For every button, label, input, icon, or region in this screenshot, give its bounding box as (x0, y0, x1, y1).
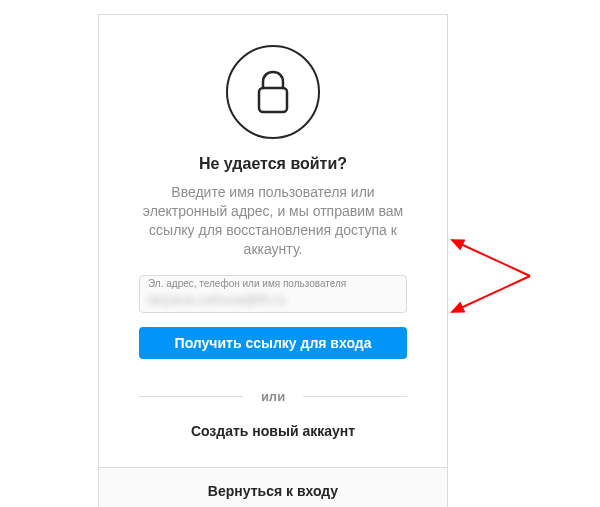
svg-line-2 (452, 240, 530, 276)
main-card: Не удается войти? Введите имя пользовате… (98, 14, 448, 468)
svg-line-3 (452, 276, 530, 312)
divider-text: или (243, 389, 303, 404)
lock-icon (226, 45, 320, 139)
lock-icon-wrapper (139, 45, 407, 139)
divider-line-right (303, 396, 407, 397)
back-card: Вернуться к входу (98, 468, 448, 507)
back-to-login-link[interactable]: Вернуться к входу (208, 483, 338, 499)
create-account-link[interactable]: Создать новый аккаунт (191, 423, 355, 439)
lock-svg (253, 68, 293, 116)
identifier-input[interactable] (139, 275, 407, 313)
divider-line-left (139, 396, 243, 397)
svg-rect-0 (259, 88, 287, 112)
identifier-input-wrapper: Эл. адрес, телефон или имя пользователя … (139, 275, 407, 313)
divider: или (139, 389, 407, 404)
login-help-container: Не удается войти? Введите имя пользовате… (98, 14, 448, 507)
send-login-link-button[interactable]: Получить ссылку для входа (139, 327, 407, 359)
instructions-text: Введите имя пользователя или электронный… (139, 183, 407, 259)
trouble-logging-in-heading: Не удается войти? (139, 155, 407, 173)
